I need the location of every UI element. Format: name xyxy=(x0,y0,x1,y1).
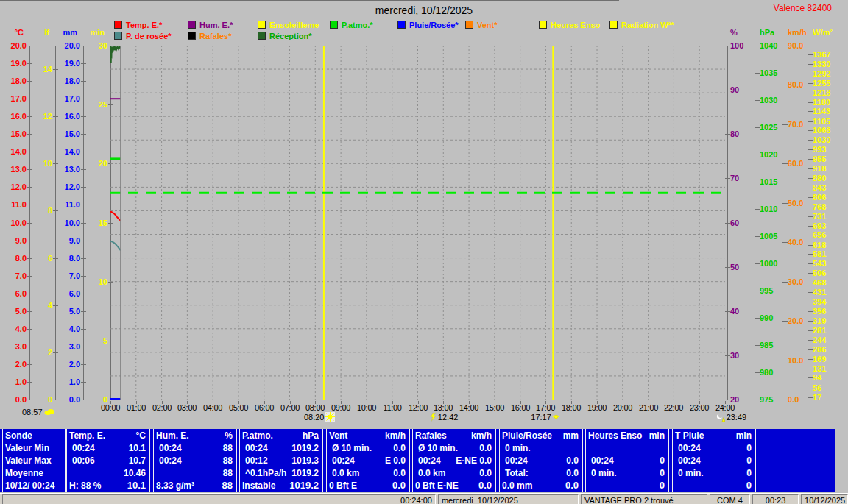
axis-tick-hpa xyxy=(755,291,760,291)
axis-label-w-m: 993 xyxy=(813,145,842,154)
axis-tick-w-m xyxy=(808,159,813,160)
axis-label-w-m: 1218 xyxy=(813,88,842,97)
table-column-hum-e: Hum. E.%00:248800:2488888.33 g/m³88 xyxy=(153,429,237,492)
axis-label-c: 13.0 xyxy=(0,165,29,174)
table-column-rafales: Rafaleskm/hØ 10 min.0.000:24E-NE 0.00.0 … xyxy=(412,429,496,492)
table-cell: 1019.2 xyxy=(289,480,322,491)
axis-tick-w-m xyxy=(808,273,813,274)
axis-label-mm: 20.0 xyxy=(54,41,82,50)
axis-line-hpa xyxy=(757,46,757,400)
table-row: 00:0610.7 xyxy=(67,454,149,466)
axis-label-c: 3.0 xyxy=(0,342,29,351)
x-axis-label: 17:00 xyxy=(532,403,559,412)
axis-label-w-m: 1330 xyxy=(813,60,842,68)
axis-label-x: 90 xyxy=(730,85,760,94)
legend-swatch-r-ception xyxy=(258,32,266,40)
axis-tick-x xyxy=(725,400,730,400)
sunsmall-icon xyxy=(553,414,559,420)
table-row: Total:0.0 xyxy=(500,466,582,479)
table-row: 10.46 xyxy=(67,466,149,479)
table-cell: 00:24 xyxy=(413,455,456,466)
table-cell: 0.0 xyxy=(565,480,582,491)
axis-label-mm: 10.0 xyxy=(54,219,82,227)
table-row: Ø 10 min.0.0 xyxy=(413,441,495,454)
table-cell: Pluie/Rosée xyxy=(500,430,563,441)
legend-item-p-de-ros-e: P. de rosée* xyxy=(114,32,172,40)
axis-tick-w-m xyxy=(808,330,813,331)
table-cell: 88 xyxy=(222,480,236,491)
table-cell: 0.0 xyxy=(392,480,409,491)
axis-label-c: 18.0 xyxy=(0,77,29,85)
table-cell: min xyxy=(736,430,755,441)
axis-label-w-m: 918 xyxy=(813,164,842,173)
table-row: instable1019.2 xyxy=(240,479,322,491)
axis-tick-w-m xyxy=(808,111,813,112)
status-bar: 00:24:00mercredi 10/12/2025VANTAGE PRO 2… xyxy=(0,493,848,504)
table-cell: % xyxy=(225,430,236,441)
background-window-edge[interactable] xyxy=(0,1,13,494)
axis-label-w-m: 281 xyxy=(813,326,842,335)
table-cell: 0 min. xyxy=(673,468,746,478)
axis-label-w-m: 1255 xyxy=(813,79,842,88)
axis-label-c: 14.0 xyxy=(0,147,29,156)
axis-tick-x xyxy=(725,223,730,224)
table-cell: 00:24 xyxy=(154,443,223,453)
table-row: 0.0 km0.0 xyxy=(327,466,409,479)
axis-label-w-m: 131 xyxy=(813,364,842,373)
table-cell: km/h xyxy=(385,430,409,441)
axis-label-w-m: 880 xyxy=(813,174,842,182)
x-axis-label: 06:00 xyxy=(251,403,278,412)
x-axis-label: 11:00 xyxy=(379,403,406,412)
chart-plot-area[interactable] xyxy=(110,46,725,400)
axis-label-w-m: 581 xyxy=(813,249,842,258)
x-axis-label: 10:00 xyxy=(353,403,380,412)
axis-tick-w-m xyxy=(808,235,813,235)
status-cell-1: mercredi 10/12/2025 xyxy=(438,494,579,504)
axis-label-w-m: 656 xyxy=(813,230,842,239)
table-cell: Rafales xyxy=(413,430,471,441)
axis-label-mm: 1.0 xyxy=(54,377,82,386)
solar-noon-time-label: 12:42 xyxy=(438,413,459,422)
axis-tick-w-m xyxy=(808,168,813,169)
x-axis-label: 16:00 xyxy=(507,403,534,412)
table-cell: Vent xyxy=(327,430,385,441)
cloud-icon xyxy=(44,408,54,415)
axis-label-w-m: 169 xyxy=(813,355,842,363)
series-p-de-ros-e xyxy=(110,241,121,251)
legend-item-p-atmo: P.atmo.* xyxy=(330,21,373,29)
x-axis-label: 18:00 xyxy=(558,403,584,412)
legend-label: P. de rosée* xyxy=(126,32,172,40)
axis-label-min: 20 xyxy=(81,159,110,168)
table-row: 0 min.0 xyxy=(673,466,755,479)
table-cell: 88 xyxy=(223,443,236,453)
table-cell: ^0.1hPa/h xyxy=(240,468,292,478)
series-temp-e xyxy=(110,212,121,221)
axis-label-mm: 9.0 xyxy=(54,236,82,245)
table-cell: 00:24 xyxy=(154,455,223,466)
axis-tick-hpa xyxy=(755,209,760,210)
table-row: Moyenne xyxy=(3,466,65,479)
table-row: 8.33 g/m³88 xyxy=(154,479,236,491)
axis-label-mm: 4.0 xyxy=(54,324,82,333)
table-row: 00:240.0 xyxy=(500,454,582,466)
table-cell: P.atmo. xyxy=(240,430,303,441)
axis-label-c: 2.0 xyxy=(0,360,29,369)
table-row: 00:2410.1 xyxy=(67,441,149,454)
axis-label-mm: 15.0 xyxy=(54,129,82,138)
table-cell: instable xyxy=(240,480,289,491)
table-cell: Ø 10 min. xyxy=(327,443,393,453)
axis-tick-w-m xyxy=(808,292,813,293)
legend-item-pluie-ros-e: Pluie/Rosée* xyxy=(398,21,459,29)
axis-label-w-m: 618 xyxy=(813,241,842,249)
axis-label-w-m: 543 xyxy=(813,259,842,268)
axis-label-c: 20.0 xyxy=(0,41,29,50)
table-cell: 8.33 g/m³ xyxy=(154,480,222,491)
axis-tick-w-m xyxy=(808,216,813,217)
axis-label-mm: 16.0 xyxy=(54,112,82,121)
table-cell: 0.0 xyxy=(566,468,582,478)
table-cell: 0.0 xyxy=(479,443,495,453)
table-cell: 0 xyxy=(660,455,668,466)
moonrise-time: 23:49 xyxy=(716,412,747,422)
table-row: 0 Bft E-NE0.0 xyxy=(413,479,495,491)
axis-label-mm: 0.0 xyxy=(54,395,82,404)
